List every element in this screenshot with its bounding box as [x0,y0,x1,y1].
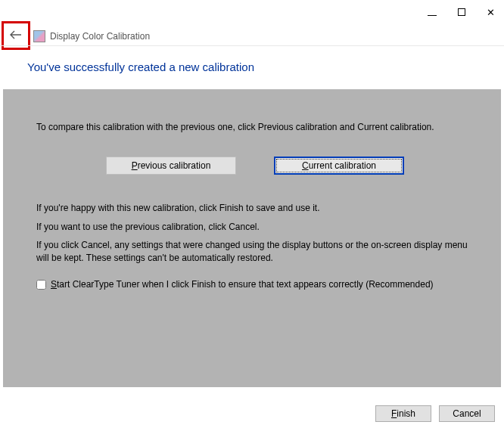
text-cancel-note: If you click Cancel, any settings that w… [36,239,474,265]
minimize-button[interactable] [428,8,437,17]
btn-label: revious calibration [138,160,211,171]
window-title: Display Color Calibration [50,31,150,42]
previous-calibration-button[interactable]: Previous calibration [106,157,236,175]
intro-text: To compare this calibration with the pre… [36,121,474,134]
cleartype-checkbox[interactable] [36,280,46,290]
maximize-button[interactable] [458,8,465,17]
current-calibration-button[interactable]: Current calibration [274,157,404,175]
btn-label: inish [397,408,415,419]
arrow-left-icon [10,30,22,39]
btn-label: urrent calibration [309,160,376,171]
cleartype-label[interactable]: Start ClearType Tuner when I click Finis… [51,278,474,290]
content-panel: To compare this calibration with the pre… [3,89,501,387]
accel-key: P [132,160,138,171]
page-heading: You've successfully created a new calibr… [27,60,254,73]
checkbox-text: tart ClearType Tuner when I click Finish… [57,279,434,290]
header-divider [0,45,504,46]
text-happy: If you're happy with this new calibratio… [36,202,474,215]
minimize-icon [428,15,437,16]
app-icon [33,30,45,42]
text-previous: If you want to use the previous calibrat… [36,221,474,234]
close-button[interactable]: ✕ [487,8,495,17]
accel-key: S [51,279,57,290]
finish-button[interactable]: Finish [375,405,431,422]
maximize-icon [458,8,465,16]
accel-key: C [302,160,309,171]
back-button[interactable] [10,29,22,42]
cancel-button[interactable]: Cancel [439,405,495,422]
